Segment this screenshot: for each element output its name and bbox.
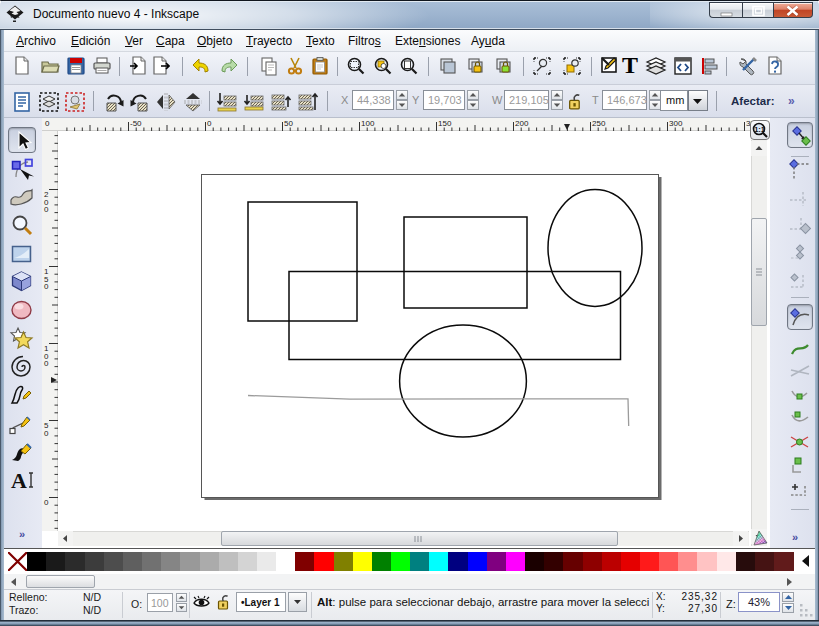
svg-text:1:1: 1:1 — [754, 125, 765, 134]
svg-text:A: A — [11, 468, 27, 493]
